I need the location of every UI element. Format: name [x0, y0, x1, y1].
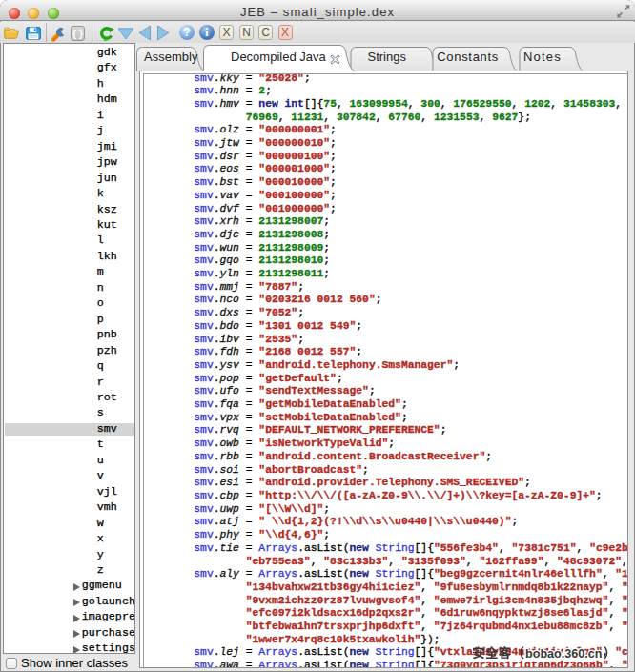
svg-text:bobao.360.cn: bobao.360.cn — [525, 647, 602, 661]
